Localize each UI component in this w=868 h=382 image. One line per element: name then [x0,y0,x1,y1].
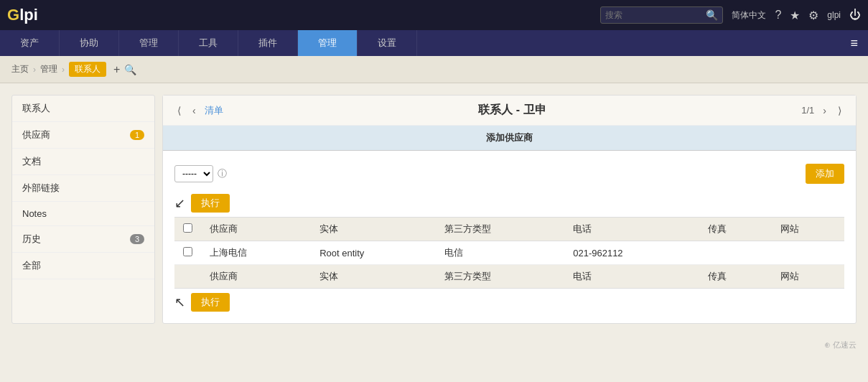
execute-top-button[interactable]: 执行 [191,194,230,213]
next-page-btn[interactable]: › [820,103,829,118]
logo: Glpi [7,6,38,24]
last-page-btn[interactable]: ⟩ [835,103,844,118]
nav-bar: 资产 协助 管理 工具 插件 管理 设置 ≡ [0,30,868,56]
info-icon[interactable]: ⓘ [218,167,227,180]
sidebar-item-history[interactable]: 历史 3 [12,226,154,253]
record-count: 1/1 [801,105,814,116]
table-footer-row: 供应商 实体 第三方类型 电话 传真 网站 [174,265,844,289]
record-title: 联系人 - 卫申 [223,103,802,118]
row-fax [699,241,772,265]
th-supplier: 供应商 [201,218,311,241]
top-right-area: 🔍 简体中文 ? ★ ⚙ glpi ⏻ [600,6,861,24]
row-check [174,241,201,265]
breadcrumb-manage[interactable]: 管理 [40,63,57,75]
th-entity: 实体 [311,218,436,241]
power-icon[interactable]: ⏻ [849,9,861,22]
first-page-btn[interactable]: ⟨ [174,103,184,118]
left-sidebar: 联系人 供应商 1 文档 外部链接 Notes 历史 3 全部 [11,95,155,324]
search-box[interactable]: 🔍 [600,6,723,24]
list-link[interactable]: 清单 [205,104,223,117]
nav-item-settings[interactable]: 设置 [358,30,417,56]
arrow-up-icon: ↖ [174,294,185,310]
arrow-down-icon: ↙ [174,195,185,211]
breadcrumb-home[interactable]: 主页 [11,63,29,75]
execute-bottom-button[interactable]: 执行 [191,293,230,312]
top-bar: Glpi 🔍 简体中文 ? ★ ⚙ glpi ⏻ [0,0,868,30]
supplier-badge: 1 [130,130,144,140]
tf-third-party-type: 第三方类型 [436,265,564,289]
execute-row-bottom: ↖ 执行 [174,289,844,316]
tf-website: 网站 [772,265,844,289]
tf-supplier: 供应商 [201,265,311,289]
select-all-checkbox[interactable] [183,223,192,233]
row-phone: 021-962112 [564,241,699,265]
supplier-dropdown[interactable]: ----- [174,165,213,182]
table-header-row: 供应商 实体 第三方类型 电话 传真 网站 [174,218,844,241]
footer: ⊕ 亿速云 [0,335,868,355]
sidebar-item-notes[interactable]: Notes [12,202,154,226]
logo-g: G [7,6,19,24]
section-header: 添加供应商 [163,126,856,151]
sidebar-item-document[interactable]: 文档 [12,149,154,175]
dropdown-row: ----- ⓘ 添加 [174,158,844,190]
nav-item-manage1[interactable]: 管理 [119,30,179,56]
gear-icon[interactable]: ⚙ [808,9,818,22]
row-website [772,241,844,265]
breadcrumb-add-icon[interactable]: + [113,63,120,76]
th-phone: 电话 [564,218,699,241]
sidebar-item-contact[interactable]: 联系人 [12,96,154,122]
row-entity: Root entity [311,241,436,265]
th-check [174,218,201,241]
nav-item-tools[interactable]: 工具 [179,30,238,56]
prev-page-btn[interactable]: ‹ [190,103,199,118]
main-content: 联系人 供应商 1 文档 外部链接 Notes 历史 3 全部 ⟨ ‹ [0,83,868,335]
th-third-party-type: 第三方类型 [436,218,564,241]
history-badge: 3 [130,234,144,244]
language-selector[interactable]: 简体中文 [732,9,766,22]
table-row: 上海电信 Root entity 电信 021-962112 [174,241,844,265]
th-fax: 传真 [699,218,772,241]
record-nav-left: ⟨ ‹ 清单 [174,103,223,118]
bc-sep-2: › [62,65,65,75]
row-supplier[interactable]: 上海电信 [201,241,311,265]
user-label[interactable]: glpi [827,10,841,20]
nav-burger-icon[interactable]: ≡ [840,30,868,56]
nav-item-assets[interactable]: 资产 [0,30,60,56]
nav-item-plugins[interactable]: 插件 [238,30,298,56]
table-area: ----- ⓘ 添加 ↙ 执行 供应商 实体 第三方类型 [163,151,856,323]
tf-fax: 传真 [699,265,772,289]
right-panel: ⟨ ‹ 清单 联系人 - 卫申 1/1 › ⟩ 添加供应商 ----- ⓘ [162,95,857,324]
record-nav-right: 1/1 › ⟩ [801,103,844,118]
tf-phone: 电话 [564,265,699,289]
tf-check [174,265,201,289]
data-table: 供应商 实体 第三方类型 电话 传真 网站 上海电信 Root entity 电… [174,217,844,289]
search-input[interactable] [605,10,706,20]
nav-item-manage2[interactable]: 管理 [298,30,358,56]
breadcrumb: 主页 › 管理 › 联系人 + 🔍 [0,56,868,83]
sidebar-item-all[interactable]: 全部 [12,253,154,279]
sidebar-item-external-link[interactable]: 外部链接 [12,175,154,202]
row-third-party-type: 电信 [436,241,564,265]
nav-item-assist[interactable]: 协助 [60,30,119,56]
search-icon[interactable]: 🔍 [706,9,718,21]
tf-entity: 实体 [311,265,436,289]
breadcrumb-search-icon[interactable]: 🔍 [124,64,136,75]
row-checkbox[interactable] [183,247,192,256]
help-icon[interactable]: ? [775,9,781,22]
dropdown-left: ----- ⓘ [174,165,227,182]
watermark: ⊕ 亿速云 [824,340,857,350]
sidebar-item-supplier[interactable]: 供应商 1 [12,122,154,149]
star-icon[interactable]: ★ [790,9,800,22]
logo-lpi: lpi [19,6,38,24]
bc-sep-1: › [33,65,36,75]
record-nav: ⟨ ‹ 清单 联系人 - 卫申 1/1 › ⟩ [163,96,856,126]
th-website: 网站 [772,218,844,241]
breadcrumb-contact[interactable]: 联系人 [69,62,106,77]
add-button[interactable]: 添加 [806,164,844,184]
execute-row-top: ↙ 执行 [174,190,844,217]
